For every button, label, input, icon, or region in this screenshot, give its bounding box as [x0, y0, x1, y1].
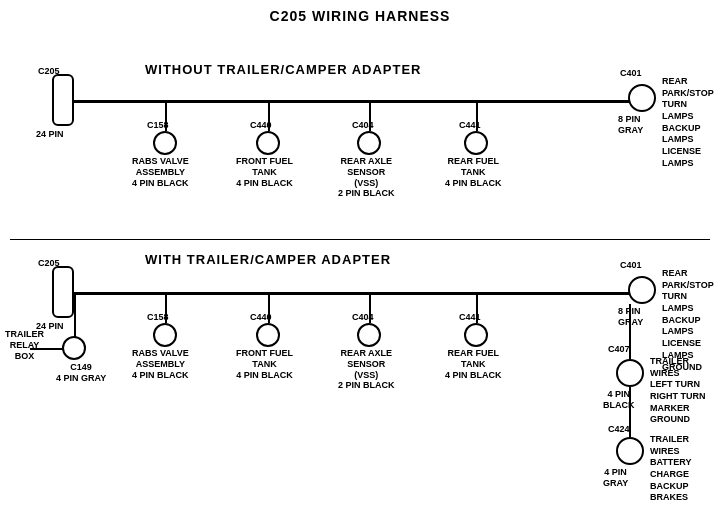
- s1-right-label: REAR PARK/STOPTURN LAMPSBACKUP LAMPSLICE…: [662, 76, 720, 170]
- c401-top-pin: 8 PINGRAY: [618, 114, 643, 136]
- divider-line: [10, 239, 710, 240]
- s2-right-label2: TRAILER WIRESLEFT TURNRIGHT TURNMARKERGR…: [650, 356, 720, 426]
- c158-bot-detail: RABS VALVEASSEMBLY4 PIN BLACK: [132, 348, 189, 380]
- c404-bot-detail: REAR AXLESENSOR(VSS)2 PIN BLACK: [338, 348, 395, 391]
- c424-bot-id: C424: [608, 424, 630, 435]
- c407-bot-id: C407: [608, 344, 630, 355]
- c205-top-pin: 24 PIN: [36, 129, 64, 140]
- c401-top-circle: [628, 84, 656, 112]
- c441-bot-detail: REAR FUELTANK4 PIN BLACK: [445, 348, 502, 380]
- c205-bot-rect: [52, 266, 74, 318]
- section1-label: WITHOUT TRAILER/CAMPER ADAPTER: [145, 62, 422, 77]
- c441-top-detail: REAR FUELTANK4 PIN BLACK: [445, 156, 502, 188]
- c424-bot-circle: [616, 437, 644, 465]
- diagram-container: WITHOUT TRAILER/CAMPER ADAPTER C205 24 P…: [0, 24, 720, 517]
- c404-top-circle: [357, 131, 381, 155]
- page-title: C205 WIRING HARNESS: [0, 0, 720, 24]
- c404-top-detail: REAR AXLESENSOR(VSS)2 PIN BLACK: [338, 156, 395, 199]
- c158-bot-circle: [153, 323, 177, 347]
- s2-main-line: [74, 292, 630, 295]
- trailer-relay-label: TRAILERRELAYBOX: [5, 329, 44, 361]
- s2-right-label3: TRAILER WIRESBATTERY CHARGEBACKUPBRAKES: [650, 434, 720, 504]
- c440-top-id: C440: [250, 120, 272, 131]
- c158-top-circle: [153, 131, 177, 155]
- c424-bot-pin: 4 PINGRAY: [603, 467, 628, 489]
- c401-top-id: C401: [620, 68, 642, 79]
- c404-bot-circle: [357, 323, 381, 347]
- c441-bot-circle: [464, 323, 488, 347]
- c440-bot-circle: [256, 323, 280, 347]
- c401-bot-id: C401: [620, 260, 642, 271]
- c440-bot-detail: FRONT FUELTANK4 PIN BLACK: [236, 348, 293, 380]
- c149-bot-circle: [62, 336, 86, 360]
- section2-label: WITH TRAILER/CAMPER ADAPTER: [145, 252, 391, 267]
- c149-bot-id: C1494 PIN GRAY: [56, 362, 106, 384]
- c404-top-id: C404: [352, 120, 374, 131]
- c158-bot-id: C158: [147, 312, 169, 323]
- c158-top-detail: RABS VALVEASSEMBLY4 PIN BLACK: [132, 156, 189, 188]
- c407-bot-circle: [616, 359, 644, 387]
- c440-top-detail: FRONT FUELTANK4 PIN BLACK: [236, 156, 293, 188]
- c158-top-id: C158: [147, 120, 169, 131]
- c404-bot-id: C404: [352, 312, 374, 323]
- c441-top-id: C441: [459, 120, 481, 131]
- c401-bot-circle: [628, 276, 656, 304]
- c440-top-circle: [256, 131, 280, 155]
- c205-bot-id: C205: [38, 258, 60, 269]
- c205-top-id: C205: [38, 66, 60, 77]
- c205-top-rect: [52, 74, 74, 126]
- c441-bot-id: C441: [459, 312, 481, 323]
- c440-bot-id: C440: [250, 312, 272, 323]
- s1-main-line: [74, 100, 630, 103]
- c441-top-circle: [464, 131, 488, 155]
